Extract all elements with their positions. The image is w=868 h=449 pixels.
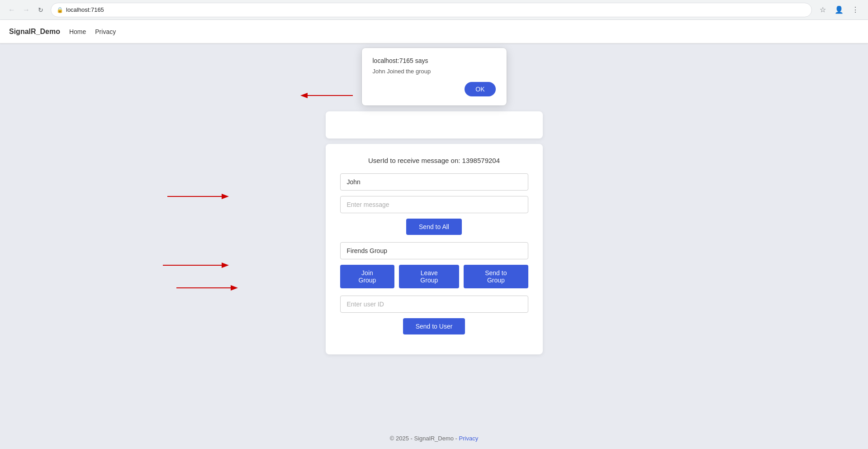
reload-button[interactable]: ↻ (34, 4, 47, 16)
forward-button[interactable]: → (20, 4, 33, 16)
browser-actions: ☆ 👤 ⋮ (816, 3, 863, 17)
dialog-title: localhost:7165 says (373, 57, 496, 64)
main-content: localhost:7165 says John Joined the grou… (0, 43, 868, 428)
back-button[interactable]: ← (5, 4, 18, 16)
nav-link-home[interactable]: Home (69, 28, 86, 35)
address-bar-url: localhost:7165 (66, 6, 806, 13)
bookmark-button[interactable]: ☆ (816, 3, 830, 17)
dialog-ok-button[interactable]: OK (465, 82, 495, 96)
send-to-all-button[interactable]: Send to All (406, 219, 462, 235)
top-card (326, 111, 543, 139)
dialog-actions: OK (373, 82, 496, 96)
group-buttons-row: Join Group Leave Group Send to Group (340, 265, 528, 288)
user-id-input[interactable] (340, 296, 528, 313)
user-id-label: UserId to receive message on: 1398579204 (340, 157, 528, 164)
menu-button[interactable]: ⋮ (848, 3, 863, 17)
send-to-user-button[interactable]: Send to User (403, 318, 465, 334)
join-group-button[interactable]: Join Group (340, 265, 395, 288)
browser-chrome: ← → ↻ 🔒 localhost:7165 ☆ 👤 ⋮ (0, 0, 868, 20)
browser-nav-buttons: ← → ↻ (5, 4, 47, 16)
send-to-all-row: Send to All (340, 219, 528, 235)
address-bar-lock-icon: 🔒 (57, 7, 63, 13)
app-brand: SignalR_Demo (9, 28, 60, 36)
group-input[interactable] (340, 242, 528, 259)
dialog-message: John Joined the group (373, 68, 496, 75)
footer: © 2025 - SignalR_Demo - Privacy (0, 428, 868, 449)
leave-group-button[interactable]: Leave Group (399, 265, 459, 288)
app-navbar: SignalR_Demo Home Privacy (0, 20, 868, 43)
send-to-user-row: Send to User (340, 318, 528, 334)
address-bar[interactable]: 🔒 localhost:7165 (51, 3, 812, 17)
main-card: UserId to receive message on: 1398579204… (326, 144, 543, 354)
footer-privacy-link[interactable]: Privacy (459, 435, 479, 442)
page-wrapper: SignalR_Demo Home Privacy localhost:7165… (0, 20, 868, 449)
nav-link-privacy[interactable]: Privacy (95, 28, 116, 35)
dialog-box: localhost:7165 says John Joined the grou… (362, 48, 507, 105)
send-to-group-button[interactable]: Send to Group (464, 265, 528, 288)
profile-button[interactable]: 👤 (832, 3, 846, 17)
message-input[interactable] (340, 196, 528, 213)
footer-text: © 2025 - SignalR_Demo - (390, 435, 459, 442)
name-input[interactable] (340, 173, 528, 191)
